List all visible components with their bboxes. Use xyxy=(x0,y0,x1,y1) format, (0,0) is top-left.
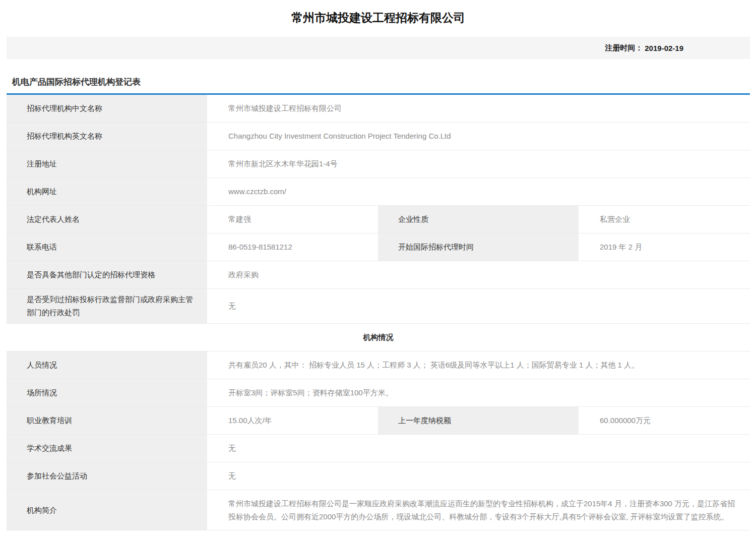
field-value: 政府采购 xyxy=(208,261,750,289)
field-label: 场所情况 xyxy=(7,379,208,407)
field-value: 共有雇员20 人，其中： 招标专业人员 15 人；工程师 3 人； 英语6级及同… xyxy=(208,351,750,379)
field-value: 无 xyxy=(208,435,750,462)
field-label: 注册地址 xyxy=(7,150,208,178)
field-label: 法定代表人姓名 xyxy=(7,206,208,233)
field-value: 2019 年 2 月 xyxy=(580,233,750,261)
field-label: 是否受到过招标投标行政监督部门或政府采购主管部门的行政处罚 xyxy=(7,289,208,324)
field-label: 开始国际招标代理时间 xyxy=(378,233,580,261)
field-label: 机构网址 xyxy=(7,178,208,206)
registration-time-value: 2019-02-19 xyxy=(645,44,683,52)
field-value: 常建强 xyxy=(208,206,378,233)
field-value: 86-0519-81581212 xyxy=(208,233,378,261)
field-label: 人员情况 xyxy=(7,351,208,379)
section-title: 机电产品国际招标代理机构登记表 xyxy=(7,78,750,95)
field-value: 常州市城投建设工程招标有限公司是一家顺应政府采购改革潮流应运而生的新型的专业性招… xyxy=(208,490,750,530)
field-value: 15.00人次/年 xyxy=(208,407,378,435)
field-label: 参加社会公益活动 xyxy=(7,462,208,490)
field-value: 常州市城投建设工程招标有限公司 xyxy=(208,95,750,123)
field-label: 学术交流成果 xyxy=(7,435,208,462)
page: 常州市城投建设工程招标有限公司 注册时间： 2019-02-19 机电产品国际招… xyxy=(0,8,756,536)
field-value: 无 xyxy=(208,289,750,324)
field-value: www.czctzb.com/ xyxy=(208,178,750,206)
field-value: 无 xyxy=(208,462,750,490)
field-label: 职业教育培训 xyxy=(7,407,208,435)
field-value: 开标室3间；评标室5间；资料存储室100平方米。 xyxy=(208,379,750,407)
field-label: 机构简介 xyxy=(7,490,208,530)
registration-time-label: 注册时间： xyxy=(605,43,643,53)
field-label: 招标代理机构中文名称 xyxy=(7,95,208,123)
registration-time-bar: 注册时间： 2019-02-19 xyxy=(7,37,750,59)
field-label: 招标代理机构英文名称 xyxy=(7,123,208,150)
field-label: 是否具备其他部门认定的招标代理资格 xyxy=(7,261,208,289)
field-value: 60.000000万元 xyxy=(580,407,750,435)
page-title: 常州市城投建设工程招标有限公司 xyxy=(7,8,750,27)
registration-table: 招标代理机构中文名称常州市城投建设工程招标有限公司招标代理机构英文名称Chang… xyxy=(7,95,750,530)
field-value: 常州市新北区水木年华花园1-4号 xyxy=(208,150,750,178)
field-value: 私营企业 xyxy=(580,206,750,233)
field-label: 企业性质 xyxy=(378,206,580,233)
field-label: 联系电话 xyxy=(7,233,208,261)
field-label: 上一年度纳税额 xyxy=(378,407,580,435)
field-value: Changzhou City Investment Construction P… xyxy=(208,123,750,150)
table-section-header: 机构情况 xyxy=(7,324,750,351)
